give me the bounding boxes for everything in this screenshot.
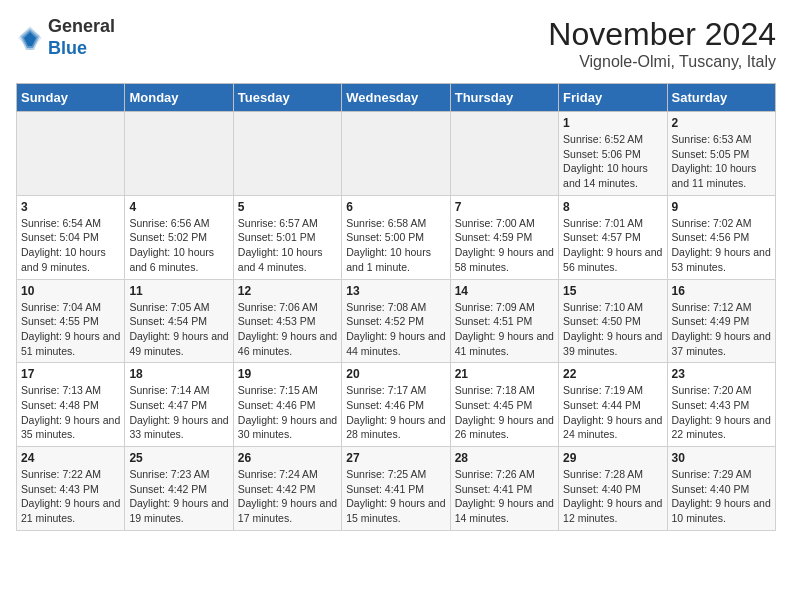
day-info: Sunrise: 6:54 AM Sunset: 5:04 PM Dayligh… xyxy=(21,216,120,275)
day-info: Sunrise: 7:06 AM Sunset: 4:53 PM Dayligh… xyxy=(238,300,337,359)
calendar-day-cell xyxy=(125,112,233,196)
calendar-day-cell xyxy=(233,112,341,196)
day-number: 19 xyxy=(238,367,337,381)
day-number: 12 xyxy=(238,284,337,298)
calendar-day-cell: 10Sunrise: 7:04 AM Sunset: 4:55 PM Dayli… xyxy=(17,279,125,363)
day-number: 22 xyxy=(563,367,662,381)
day-number: 9 xyxy=(672,200,771,214)
calendar-day-cell: 11Sunrise: 7:05 AM Sunset: 4:54 PM Dayli… xyxy=(125,279,233,363)
calendar-day-cell: 28Sunrise: 7:26 AM Sunset: 4:41 PM Dayli… xyxy=(450,447,558,531)
day-info: Sunrise: 7:14 AM Sunset: 4:47 PM Dayligh… xyxy=(129,383,228,442)
column-header-sunday: Sunday xyxy=(17,84,125,112)
day-info: Sunrise: 7:19 AM Sunset: 4:44 PM Dayligh… xyxy=(563,383,662,442)
calendar-day-cell: 13Sunrise: 7:08 AM Sunset: 4:52 PM Dayli… xyxy=(342,279,450,363)
calendar-day-cell: 8Sunrise: 7:01 AM Sunset: 4:57 PM Daylig… xyxy=(559,195,667,279)
day-info: Sunrise: 6:57 AM Sunset: 5:01 PM Dayligh… xyxy=(238,216,337,275)
day-info: Sunrise: 7:22 AM Sunset: 4:43 PM Dayligh… xyxy=(21,467,120,526)
calendar-day-cell: 16Sunrise: 7:12 AM Sunset: 4:49 PM Dayli… xyxy=(667,279,775,363)
day-info: Sunrise: 7:29 AM Sunset: 4:40 PM Dayligh… xyxy=(672,467,771,526)
calendar-day-cell: 20Sunrise: 7:17 AM Sunset: 4:46 PM Dayli… xyxy=(342,363,450,447)
day-info: Sunrise: 7:26 AM Sunset: 4:41 PM Dayligh… xyxy=(455,467,554,526)
logo-blue-text: Blue xyxy=(48,38,87,58)
day-info: Sunrise: 7:20 AM Sunset: 4:43 PM Dayligh… xyxy=(672,383,771,442)
calendar-day-cell: 14Sunrise: 7:09 AM Sunset: 4:51 PM Dayli… xyxy=(450,279,558,363)
calendar-week-row: 10Sunrise: 7:04 AM Sunset: 4:55 PM Dayli… xyxy=(17,279,776,363)
calendar-day-cell: 21Sunrise: 7:18 AM Sunset: 4:45 PM Dayli… xyxy=(450,363,558,447)
day-number: 26 xyxy=(238,451,337,465)
day-number: 10 xyxy=(21,284,120,298)
calendar-day-cell xyxy=(17,112,125,196)
month-title: November 2024 xyxy=(548,16,776,53)
day-number: 21 xyxy=(455,367,554,381)
column-header-friday: Friday xyxy=(559,84,667,112)
day-number: 13 xyxy=(346,284,445,298)
day-info: Sunrise: 7:05 AM Sunset: 4:54 PM Dayligh… xyxy=(129,300,228,359)
day-number: 2 xyxy=(672,116,771,130)
day-number: 6 xyxy=(346,200,445,214)
calendar-day-cell: 26Sunrise: 7:24 AM Sunset: 4:42 PM Dayli… xyxy=(233,447,341,531)
calendar-day-cell: 29Sunrise: 7:28 AM Sunset: 4:40 PM Dayli… xyxy=(559,447,667,531)
day-info: Sunrise: 7:24 AM Sunset: 4:42 PM Dayligh… xyxy=(238,467,337,526)
calendar-day-cell: 1Sunrise: 6:52 AM Sunset: 5:06 PM Daylig… xyxy=(559,112,667,196)
day-number: 15 xyxy=(563,284,662,298)
day-number: 17 xyxy=(21,367,120,381)
day-info: Sunrise: 7:23 AM Sunset: 4:42 PM Dayligh… xyxy=(129,467,228,526)
day-number: 30 xyxy=(672,451,771,465)
calendar-day-cell: 30Sunrise: 7:29 AM Sunset: 4:40 PM Dayli… xyxy=(667,447,775,531)
column-header-tuesday: Tuesday xyxy=(233,84,341,112)
calendar-day-cell: 17Sunrise: 7:13 AM Sunset: 4:48 PM Dayli… xyxy=(17,363,125,447)
day-info: Sunrise: 6:58 AM Sunset: 5:00 PM Dayligh… xyxy=(346,216,445,275)
day-info: Sunrise: 7:04 AM Sunset: 4:55 PM Dayligh… xyxy=(21,300,120,359)
calendar-week-row: 3Sunrise: 6:54 AM Sunset: 5:04 PM Daylig… xyxy=(17,195,776,279)
logo-general-text: General xyxy=(48,16,115,36)
calendar-day-cell: 12Sunrise: 7:06 AM Sunset: 4:53 PM Dayli… xyxy=(233,279,341,363)
day-info: Sunrise: 7:02 AM Sunset: 4:56 PM Dayligh… xyxy=(672,216,771,275)
day-number: 25 xyxy=(129,451,228,465)
column-header-monday: Monday xyxy=(125,84,233,112)
calendar-week-row: 1Sunrise: 6:52 AM Sunset: 5:06 PM Daylig… xyxy=(17,112,776,196)
column-header-wednesday: Wednesday xyxy=(342,84,450,112)
calendar-day-cell: 15Sunrise: 7:10 AM Sunset: 4:50 PM Dayli… xyxy=(559,279,667,363)
calendar-week-row: 17Sunrise: 7:13 AM Sunset: 4:48 PM Dayli… xyxy=(17,363,776,447)
day-info: Sunrise: 7:09 AM Sunset: 4:51 PM Dayligh… xyxy=(455,300,554,359)
calendar-day-cell: 25Sunrise: 7:23 AM Sunset: 4:42 PM Dayli… xyxy=(125,447,233,531)
day-number: 18 xyxy=(129,367,228,381)
day-number: 24 xyxy=(21,451,120,465)
day-number: 4 xyxy=(129,200,228,214)
calendar-day-cell: 27Sunrise: 7:25 AM Sunset: 4:41 PM Dayli… xyxy=(342,447,450,531)
day-number: 16 xyxy=(672,284,771,298)
day-number: 20 xyxy=(346,367,445,381)
location-title: Vignole-Olmi, Tuscany, Italy xyxy=(548,53,776,71)
day-number: 28 xyxy=(455,451,554,465)
calendar-day-cell xyxy=(450,112,558,196)
calendar-day-cell: 24Sunrise: 7:22 AM Sunset: 4:43 PM Dayli… xyxy=(17,447,125,531)
calendar-day-cell: 18Sunrise: 7:14 AM Sunset: 4:47 PM Dayli… xyxy=(125,363,233,447)
day-info: Sunrise: 7:10 AM Sunset: 4:50 PM Dayligh… xyxy=(563,300,662,359)
day-number: 14 xyxy=(455,284,554,298)
calendar-day-cell: 2Sunrise: 6:53 AM Sunset: 5:05 PM Daylig… xyxy=(667,112,775,196)
page-header: General Blue November 2024 Vignole-Olmi,… xyxy=(16,16,776,71)
calendar-week-row: 24Sunrise: 7:22 AM Sunset: 4:43 PM Dayli… xyxy=(17,447,776,531)
calendar-day-cell: 22Sunrise: 7:19 AM Sunset: 4:44 PM Dayli… xyxy=(559,363,667,447)
logo-icon xyxy=(16,24,44,52)
calendar-table: SundayMondayTuesdayWednesdayThursdayFrid… xyxy=(16,83,776,531)
title-block: November 2024 Vignole-Olmi, Tuscany, Ita… xyxy=(548,16,776,71)
day-info: Sunrise: 6:53 AM Sunset: 5:05 PM Dayligh… xyxy=(672,132,771,191)
day-number: 23 xyxy=(672,367,771,381)
day-info: Sunrise: 7:15 AM Sunset: 4:46 PM Dayligh… xyxy=(238,383,337,442)
calendar-day-cell: 19Sunrise: 7:15 AM Sunset: 4:46 PM Dayli… xyxy=(233,363,341,447)
logo: General Blue xyxy=(16,16,115,59)
calendar-day-cell: 4Sunrise: 6:56 AM Sunset: 5:02 PM Daylig… xyxy=(125,195,233,279)
column-header-saturday: Saturday xyxy=(667,84,775,112)
day-info: Sunrise: 7:13 AM Sunset: 4:48 PM Dayligh… xyxy=(21,383,120,442)
day-info: Sunrise: 7:01 AM Sunset: 4:57 PM Dayligh… xyxy=(563,216,662,275)
day-info: Sunrise: 6:52 AM Sunset: 5:06 PM Dayligh… xyxy=(563,132,662,191)
calendar-day-cell: 3Sunrise: 6:54 AM Sunset: 5:04 PM Daylig… xyxy=(17,195,125,279)
calendar-day-cell: 7Sunrise: 7:00 AM Sunset: 4:59 PM Daylig… xyxy=(450,195,558,279)
day-info: Sunrise: 7:18 AM Sunset: 4:45 PM Dayligh… xyxy=(455,383,554,442)
day-info: Sunrise: 6:56 AM Sunset: 5:02 PM Dayligh… xyxy=(129,216,228,275)
day-number: 3 xyxy=(21,200,120,214)
column-header-thursday: Thursday xyxy=(450,84,558,112)
day-number: 29 xyxy=(563,451,662,465)
day-number: 1 xyxy=(563,116,662,130)
